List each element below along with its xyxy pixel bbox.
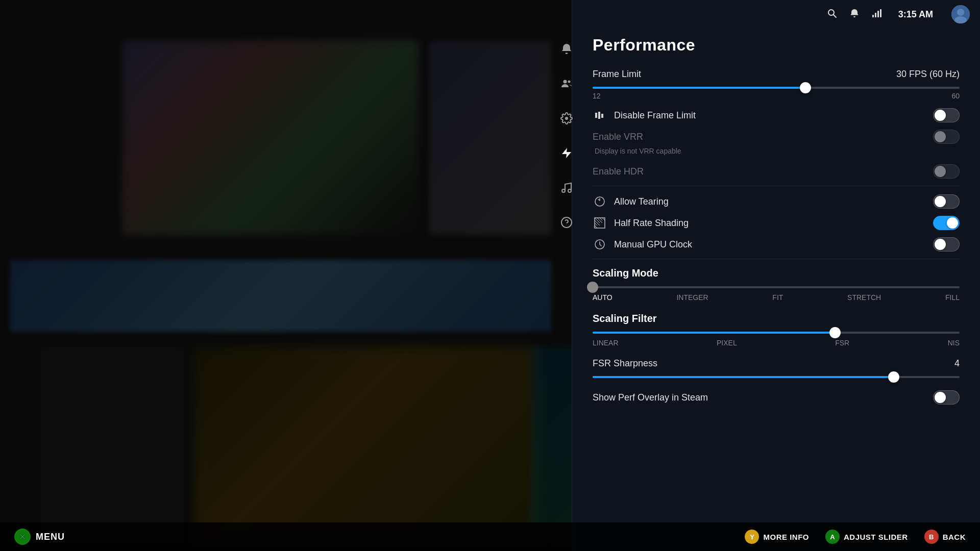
frame-limit-value: 30 FPS (60 Hz) — [896, 69, 960, 80]
allow-tearing-row: Allow Tearing — [593, 194, 960, 209]
half-rate-shading-row: Half Rate Shading — [593, 216, 960, 230]
svg-rect-15 — [598, 112, 600, 119]
enable-vrr-toggle[interactable] — [933, 130, 960, 144]
fsr-sharpness-slider-fill — [593, 376, 894, 378]
bg-art-1 — [122, 41, 419, 235]
back-action[interactable]: B BACK — [924, 530, 966, 544]
right-panel: Performance Frame Limit 30 FPS (60 Hz) 1… — [572, 0, 980, 551]
frame-limit-slider-thumb[interactable] — [800, 82, 811, 93]
back-label: BACK — [943, 533, 966, 541]
sidebar-item-settings[interactable] — [556, 108, 577, 129]
enable-vrr-row: Enable VRR — [593, 130, 960, 144]
divider-1 — [593, 186, 960, 186]
frame-limit-slider-container[interactable] — [593, 87, 960, 89]
fsr-sharpness-slider-track — [593, 376, 960, 378]
scaling-mode-labels: AUTO INTEGER FIT STRETCH FILL — [593, 293, 960, 302]
disable-frame-limit-row: Disable Frame Limit — [593, 108, 960, 122]
scaling-filter-labels: LINEAR PIXEL FSR NIS — [593, 339, 960, 347]
panel-scroll-area[interactable]: Performance Frame Limit 30 FPS (60 Hz) 1… — [572, 0, 980, 551]
scaling-filter-title: Scaling Filter — [593, 313, 960, 324]
frame-limit-min: 12 — [593, 92, 601, 100]
vrr-subtext: Display is not VRR capable — [593, 147, 960, 155]
scale-label-integer: INTEGER — [676, 293, 708, 302]
svg-rect-14 — [595, 113, 597, 118]
sidebar-item-friends[interactable] — [556, 73, 577, 94]
panel-title: Performance — [593, 36, 960, 55]
sidebar-item-performance[interactable] — [556, 143, 577, 163]
frame-limit-slider-labels: 12 60 — [593, 92, 960, 100]
bell-icon[interactable] — [849, 8, 860, 21]
xbox-icon — [14, 529, 31, 545]
fsr-sharpness-slider-container[interactable] — [593, 376, 960, 378]
menu-label: MENU — [36, 532, 65, 542]
svg-point-9 — [564, 80, 567, 84]
frame-limit-icon — [593, 108, 607, 122]
manual-gpu-clock-toggle[interactable] — [933, 237, 960, 252]
allow-tearing-toggle[interactable] — [933, 194, 960, 209]
adjust-slider-label: ADJUST SLIDER — [844, 533, 908, 541]
scale-label-fit: FIT — [772, 293, 783, 302]
svg-point-13 — [567, 225, 567, 226]
svg-point-7 — [957, 9, 964, 16]
fsr-sharpness-value: 4 — [954, 358, 960, 369]
frame-limit-slider-track — [593, 87, 960, 89]
filter-label-fsr: FSR — [835, 339, 849, 347]
filter-label-pixel: PIXEL — [717, 339, 737, 347]
more-info-action[interactable]: Y MORE INFO — [745, 530, 809, 544]
svg-point-10 — [568, 81, 571, 83]
y-button[interactable]: Y — [745, 530, 759, 544]
svg-line-1 — [834, 15, 836, 17]
bg-art-2 — [429, 41, 551, 235]
frame-limit-row: Frame Limit 30 FPS (60 Hz) — [593, 69, 960, 80]
bottom-right-group: Y MORE INFO A ADJUST SLIDER B BACK — [745, 530, 966, 544]
show-perf-overlay-label: Show Perf Overlay in Steam — [593, 392, 708, 403]
show-perf-overlay-row: Show Perf Overlay in Steam — [593, 390, 960, 405]
fsr-sharpness-label: FSR Sharpness — [593, 358, 657, 369]
scaling-filter-slider-track[interactable] — [593, 332, 960, 334]
scale-label-stretch: STRETCH — [847, 293, 881, 302]
scale-label-fill: FILL — [945, 293, 960, 302]
half-rate-shading-label: Half Rate Shading — [614, 218, 689, 229]
scaling-filter-slider-fill — [593, 332, 835, 334]
fsr-sharpness-slider-thumb[interactable] — [888, 371, 899, 383]
frame-limit-slider-fill — [593, 87, 805, 89]
manual-gpu-clock-icon — [593, 237, 607, 252]
svg-rect-3 — [875, 13, 876, 17]
allow-tearing-label: Allow Tearing — [614, 196, 669, 207]
scaling-mode-title: Scaling Mode — [593, 267, 960, 279]
sidebar-item-music[interactable] — [556, 178, 577, 198]
bottom-left-group: MENU — [14, 529, 65, 545]
bg-art-3 — [194, 347, 541, 541]
bg-art-5 — [41, 347, 184, 541]
left-sidebar — [551, 29, 582, 522]
manual-gpu-clock-row: Manual GPU Clock — [593, 237, 960, 252]
show-perf-overlay-toggle[interactable] — [933, 390, 960, 405]
sidebar-item-notifications[interactable] — [556, 39, 577, 59]
svg-rect-4 — [877, 11, 879, 17]
a-button[interactable]: A — [825, 530, 840, 544]
bg-banner — [10, 260, 551, 332]
enable-hdr-toggle[interactable] — [933, 164, 960, 179]
filter-label-linear: LINEAR — [593, 339, 619, 347]
scaling-filter-slider-thumb[interactable] — [829, 327, 841, 338]
adjust-slider-action[interactable]: A ADJUST SLIDER — [825, 530, 908, 544]
scale-label-auto: AUTO — [593, 293, 612, 302]
svg-rect-16 — [601, 114, 603, 118]
avatar[interactable] — [951, 5, 970, 23]
scaling-mode-slider-thumb[interactable] — [587, 282, 598, 293]
search-icon[interactable] — [827, 8, 837, 21]
more-info-label: MORE INFO — [763, 533, 809, 541]
half-rate-shading-toggle[interactable] — [933, 216, 960, 230]
background — [0, 0, 582, 551]
top-bar-icons: 3:15 AM — [827, 5, 970, 23]
sidebar-item-help[interactable] — [556, 212, 577, 233]
filter-label-nis: NIS — [948, 339, 960, 347]
allow-tearing-icon — [593, 194, 607, 209]
divider-2 — [593, 259, 960, 259]
clock: 3:15 AM — [898, 9, 933, 20]
manual-gpu-clock-label: Manual GPU Clock — [614, 239, 692, 250]
enable-vrr-label: Enable VRR — [593, 132, 643, 142]
b-button[interactable]: B — [924, 530, 939, 544]
scaling-mode-slider-track[interactable] — [593, 286, 960, 288]
disable-frame-limit-toggle[interactable] — [933, 108, 960, 122]
